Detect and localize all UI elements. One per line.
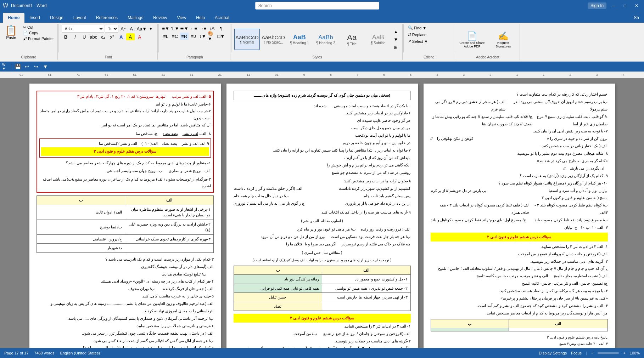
- text-effects-button[interactable]: A: [117, 33, 125, 40]
- tab-review[interactable]: Review: [148, 13, 172, 23]
- style-subtitle[interactable]: AaB ¶ Subtitle: [365, 29, 391, 50]
- paragraph-label: Paragraph: [186, 55, 203, 59]
- strikethrough-button[interactable]: abc: [89, 33, 98, 40]
- styles-more[interactable]: ⊞: [392, 44, 400, 51]
- ruler-marks: 9181716151 4131211101 98765 4321 1234: [7, 73, 637, 76]
- doc-title: Document1 - Word: [11, 3, 46, 8]
- page-info: Page 17 of 17: [4, 351, 29, 355]
- font-selector[interactable]: Arial: [62, 25, 104, 33]
- document-area: ۵- الف: لف و نشر مرتب تنهارها: سروشتن:۱ …: [0, 78, 644, 348]
- close-button[interactable]: ✕: [632, 2, 641, 9]
- minimize-button[interactable]: ─: [609, 2, 618, 9]
- justify-button[interactable]: ≡J: [189, 33, 198, 40]
- text-highlight-button[interactable]: A: [126, 33, 135, 40]
- numbering-button[interactable]: 1.▼: [171, 25, 179, 32]
- pdf-icon: 📄: [467, 31, 477, 41]
- font-group: Arial 14 A↑ A↓ Aa▼ ✦ B I U abc x₂ x² A A…: [60, 24, 158, 60]
- style-heading2[interactable]: AaBb ¶ Heading 2: [313, 29, 338, 50]
- styles-scroll-down[interactable]: ▼: [392, 36, 400, 43]
- subscript-button[interactable]: x₂: [99, 33, 107, 40]
- font-size-selector[interactable]: 14: [105, 25, 118, 33]
- font-color-button[interactable]: A: [135, 33, 144, 40]
- tab-mailings[interactable]: Mailings: [123, 13, 148, 23]
- page-1: ۵- الف: لف و نشر مرتب تنهارها: سروشتن:۱ …: [29, 84, 221, 348]
- zoom-out-button[interactable]: −: [591, 351, 593, 355]
- tab-insert[interactable]: Insert: [24, 13, 45, 23]
- separator-3: [231, 24, 231, 52]
- align-left-button[interactable]: ≡L: [162, 33, 170, 40]
- style-title[interactable]: Aa ¶ Title: [339, 29, 365, 50]
- adobe-label: Adobe Acrobat: [476, 55, 499, 59]
- bullets-button[interactable]: ≡▼: [162, 25, 170, 32]
- focus-button[interactable]: Focus: [571, 351, 582, 355]
- font-label: Font: [105, 55, 112, 59]
- ruler: 9181716151 4131211101 98765 4321 1234: [0, 72, 644, 78]
- paste-button[interactable]: 📋 Paste: [2, 25, 20, 55]
- cut-button[interactable]: ✂ Cut: [22, 25, 55, 30]
- tab-design[interactable]: Design: [45, 13, 68, 23]
- status-bar: Page 17 of 17 7460 words English (United…: [0, 348, 644, 358]
- find-button[interactable]: 🔍 Find ▼: [407, 25, 428, 31]
- tab-view[interactable]: View: [172, 13, 191, 23]
- clear-formatting-button[interactable]: ✦: [147, 25, 155, 32]
- maximize-button[interactable]: □: [621, 2, 629, 9]
- decrease-indent-button[interactable]: ←≡: [189, 25, 198, 32]
- replace-button[interactable]: ⇄ Replace: [407, 32, 428, 38]
- create-pdf-button[interactable]: 📄 Create and Share Adobe PDF: [458, 30, 486, 49]
- title-bar: W Document1 - Word Sign In ─ □ ✕: [0, 0, 644, 11]
- adobe-group: 📄 Create and Share Adobe PDF ✍ Request S…: [456, 24, 520, 60]
- underline-button[interactable]: U: [80, 33, 89, 40]
- zoom-level: 100%: [630, 351, 640, 355]
- show-hide-button[interactable]: ¶: [217, 25, 225, 32]
- shading-button[interactable]: 🎨▼: [208, 33, 216, 40]
- zoom-in-button[interactable]: +: [623, 351, 625, 355]
- separator-2: [158, 24, 159, 52]
- clipboard-label: Clipboard: [21, 55, 37, 59]
- page-2: (سخنی میان دو دشمن چنان گوی که گر دوست گ…: [226, 84, 418, 348]
- tab-acrobat[interactable]: Acrobat: [210, 13, 234, 23]
- align-center-button[interactable]: ≡C: [171, 33, 179, 40]
- style-nospace[interactable]: AaBbCcD ¶ No Spac...: [261, 29, 286, 50]
- replace-icon: ⇄: [408, 32, 411, 37]
- format-painter-button[interactable]: 🖌 Format Painter: [22, 36, 55, 41]
- style-normal[interactable]: AaBbCcD ¶ Normal: [234, 29, 260, 50]
- search-input[interactable]: [255, 2, 379, 10]
- paste-label: Paste: [6, 35, 16, 40]
- tab-help[interactable]: Help: [191, 13, 210, 23]
- signin-button[interactable]: Sign In: [588, 2, 606, 9]
- qa-redo[interactable]: ↪: [32, 63, 40, 70]
- qa-more[interactable]: ▼: [41, 63, 49, 70]
- borders-button[interactable]: □▼: [217, 33, 225, 40]
- style-heading1[interactable]: AaB ¶ Heading 1: [287, 29, 312, 50]
- italic-button[interactable]: I: [71, 33, 79, 40]
- styles-scroll-up[interactable]: ▲: [392, 28, 400, 35]
- qa-undo[interactable]: ↩: [23, 63, 31, 70]
- display-settings[interactable]: Display Settings: [539, 351, 567, 355]
- grow-font-button[interactable]: A↑: [119, 25, 128, 32]
- tab-home[interactable]: Home: [3, 13, 24, 23]
- multilevel-list-button[interactable]: ≣▼: [180, 25, 189, 32]
- tab-share[interactable]: Sh: [629, 13, 644, 23]
- select-button[interactable]: ↗ Select ▼: [407, 38, 429, 44]
- request-sig-button[interactable]: ✍ Request Signatures: [489, 30, 517, 49]
- change-case-button[interactable]: Aa▼: [138, 25, 146, 32]
- editing-group: 🔍 Find ▼ ⇄ Replace ↗ Select ▼ Editing: [404, 24, 454, 60]
- qa-customize[interactable]: W ▼: [2, 63, 10, 70]
- separator-5: [455, 24, 455, 52]
- qa-save[interactable]: 💾: [14, 63, 22, 70]
- align-right-button[interactable]: ≡R: [180, 33, 189, 40]
- bold-button[interactable]: B: [62, 33, 70, 40]
- increase-indent-button[interactable]: →≡: [198, 25, 207, 32]
- tab-references[interactable]: References: [91, 13, 123, 23]
- tab-layout[interactable]: Layout: [68, 13, 91, 23]
- copy-button[interactable]: 📄 Copy: [22, 30, 55, 36]
- styles-label: Styles: [312, 55, 322, 59]
- shrink-font-button[interactable]: A↓: [128, 25, 137, 32]
- line-spacing-button[interactable]: ↕▼: [198, 33, 207, 40]
- styles-group: AaBbCcD ¶ Normal AaBbCcD ¶ No Spac... Aa…: [232, 24, 403, 60]
- superscript-button[interactable]: x²: [108, 33, 116, 40]
- clipboard-group: 📋 Paste ✂ Cut 📄 Copy 🖌 Format Painter Cl…: [0, 24, 58, 60]
- find-dropdown-icon: ▼: [422, 26, 426, 30]
- search-icon: 🔍: [408, 25, 413, 30]
- separator-1: [58, 24, 59, 52]
